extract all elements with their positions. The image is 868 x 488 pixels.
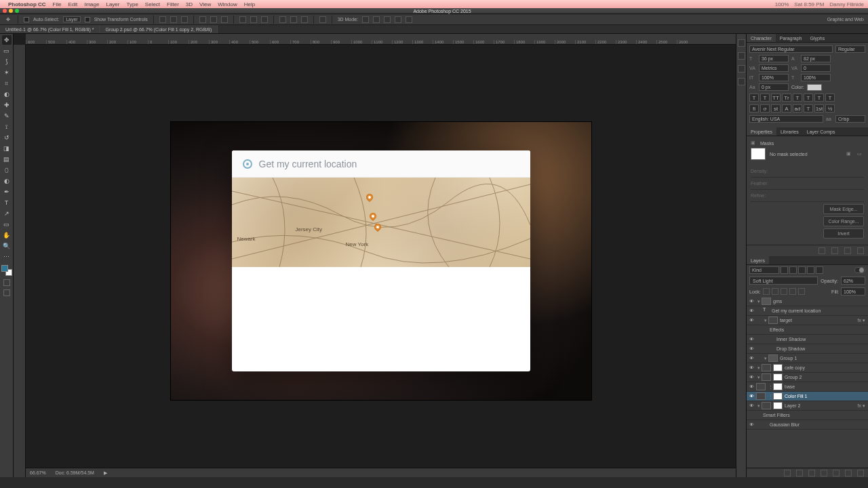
tracking-field[interactable]: 0 <box>801 64 831 72</box>
visibility-icon[interactable]: 👁 <box>747 308 756 313</box>
filter-smart-icon[interactable] <box>816 266 823 274</box>
canvas-area[interactable]: 6005004003002001000100200300400500600700… <box>14 34 736 477</box>
opentype-button[interactable]: ad <box>793 104 802 113</box>
baseline-field[interactable]: 0 px <box>759 83 789 91</box>
menu-select[interactable]: Select <box>145 1 160 7</box>
menu-filter[interactable]: Filter <box>167 1 179 7</box>
hscale-field[interactable]: 100% <box>801 74 831 81</box>
lock-artboard-icon[interactable] <box>789 288 796 295</box>
dist-top-icon[interactable] <box>239 16 246 23</box>
opentype-button[interactable]: ½ <box>825 104 835 113</box>
layer-row[interactable]: 👁TGet my current location <box>747 306 868 316</box>
zoom-tool-icon[interactable]: 🔍 <box>2 241 12 251</box>
filter-adjust-icon[interactable] <box>789 266 797 274</box>
layer-row[interactable]: 👁▾Group 1 <box>747 354 868 363</box>
layer-name[interactable]: base <box>785 384 795 389</box>
layer-name[interactable]: Group 1 <box>780 356 797 361</box>
artboard[interactable]: Get my current location <box>171 122 591 400</box>
dodge-tool-icon[interactable]: ◐ <box>2 176 12 186</box>
expand-arrow-icon[interactable]: ▾ <box>756 375 762 380</box>
layer-name[interactable]: Effects <box>770 327 784 332</box>
layer-name[interactable]: target <box>780 318 792 323</box>
edit-toolbar-icon[interactable]: ⋯ <box>2 252 12 262</box>
app-name[interactable]: Photoshop CC <box>8 1 46 7</box>
menu-type[interactable]: Type <box>126 1 138 7</box>
pen-tool-icon[interactable]: ✒ <box>2 187 12 197</box>
visibility-icon[interactable]: 👁 <box>747 422 756 427</box>
tab-character[interactable]: Character <box>747 34 776 42</box>
opentype-button[interactable]: fi <box>749 104 759 113</box>
folder-arrow-icon[interactable]: ▾ <box>763 356 768 361</box>
status-doc[interactable]: Doc: 6.59M/54.5M <box>56 470 94 475</box>
link-layers-icon[interactable] <box>784 470 791 476</box>
kerning-field[interactable]: Metrics <box>759 64 789 72</box>
fx-badge[interactable]: fx ▾ <box>858 403 865 409</box>
filter-toggle[interactable] <box>854 267 865 273</box>
status-zoom[interactable]: 66.67% <box>30 470 46 475</box>
opentype-button[interactable]: σ <box>760 104 770 113</box>
font-family-field[interactable]: Avenir Next Regular <box>749 45 833 53</box>
type-style-button[interactable]: T <box>825 94 835 102</box>
layer-filter-kind[interactable]: Kind <box>749 266 779 274</box>
layer-row[interactable]: 👁▾targetfx ▾ <box>747 316 868 325</box>
align-vmid-icon[interactable] <box>170 16 177 23</box>
adjustment-add-icon[interactable] <box>821 470 827 476</box>
mask-thumb[interactable] <box>751 148 766 160</box>
opentype-button[interactable]: 1st <box>814 104 824 113</box>
dist-left-icon[interactable] <box>279 16 286 23</box>
dist-vmid-icon[interactable] <box>250 16 257 23</box>
type-style-button[interactable]: T <box>793 94 802 102</box>
minimize-icon[interactable] <box>9 9 13 13</box>
mask-edge-button[interactable]: Mask Edge... <box>823 204 864 214</box>
tab-paragraph[interactable]: Paragraph <box>776 34 806 42</box>
type-style-button[interactable]: T <box>749 94 759 102</box>
lasso-tool-icon[interactable]: ⟆ <box>2 57 12 66</box>
link-icon[interactable]: ⋮ <box>768 384 773 390</box>
expand-arrow-icon[interactable]: ▾ <box>756 365 762 371</box>
group-add-icon[interactable] <box>833 470 840 476</box>
fx-icon[interactable] <box>796 470 803 476</box>
layer-row[interactable]: 👁⋮base <box>747 382 868 392</box>
swatches-panel-icon[interactable] <box>738 65 745 73</box>
visibility-icon[interactable]: 👁 <box>747 403 756 408</box>
layer-name[interactable]: Inner Shadow <box>776 337 806 342</box>
layer-name[interactable]: Layer 2 <box>785 403 800 408</box>
screenmode-icon[interactable] <box>3 289 10 296</box>
leading-field[interactable]: 82 px <box>801 55 831 62</box>
ruler-vertical[interactable] <box>14 45 26 477</box>
gradient-tool-icon[interactable]: ▤ <box>2 155 12 164</box>
fgbg-swatch[interactable] <box>1 265 12 276</box>
layer-name[interactable]: Color Fill 1 <box>785 394 807 399</box>
mask-add-icon[interactable] <box>808 470 815 476</box>
crop-tool-icon[interactable]: ⌗ <box>2 79 12 88</box>
adjustments-panel-icon[interactable] <box>738 78 745 85</box>
type-style-button[interactable]: T <box>814 94 824 102</box>
eraser-tool-icon[interactable]: ◨ <box>2 144 12 153</box>
invert-button[interactable]: Invert <box>823 228 864 239</box>
menu-edit[interactable]: Edit <box>68 1 77 7</box>
auto-align-icon[interactable] <box>319 16 326 23</box>
visibility-icon[interactable]: 👁 <box>747 375 756 380</box>
move-tool-icon[interactable]: ✥ <box>4 16 12 24</box>
eyedropper-tool-icon[interactable]: ◐ <box>2 89 12 99</box>
lock-trans-icon[interactable] <box>763 288 770 295</box>
new-layer-icon[interactable] <box>845 470 852 476</box>
filter-pixel-icon[interactable] <box>781 266 788 274</box>
opentype-button[interactable]: st <box>771 104 781 113</box>
close-icon[interactable] <box>3 9 7 13</box>
filter-type-icon[interactable] <box>798 266 806 274</box>
folder-arrow-icon[interactable]: ▾ <box>756 299 762 304</box>
threeD-orbit-icon[interactable] <box>362 16 369 23</box>
vector-mask-icon[interactable]: ▭ <box>857 151 864 157</box>
menu-help[interactable]: Help <box>244 1 255 7</box>
tab-libraries[interactable]: Libraries <box>776 127 803 136</box>
layer-name[interactable]: Group 2 <box>785 375 802 380</box>
visibility-icon[interactable]: 👁 <box>747 337 756 342</box>
disable-mask-icon[interactable] <box>844 247 851 254</box>
path-tool-icon[interactable]: ↗ <box>2 209 12 218</box>
load-selection-icon[interactable] <box>818 247 825 254</box>
opentype-button[interactable]: T <box>804 104 813 113</box>
layer-row[interactable]: Effects <box>747 325 868 335</box>
font-size-field[interactable]: 36 px <box>759 55 789 62</box>
visibility-icon[interactable]: 👁 <box>747 356 756 361</box>
